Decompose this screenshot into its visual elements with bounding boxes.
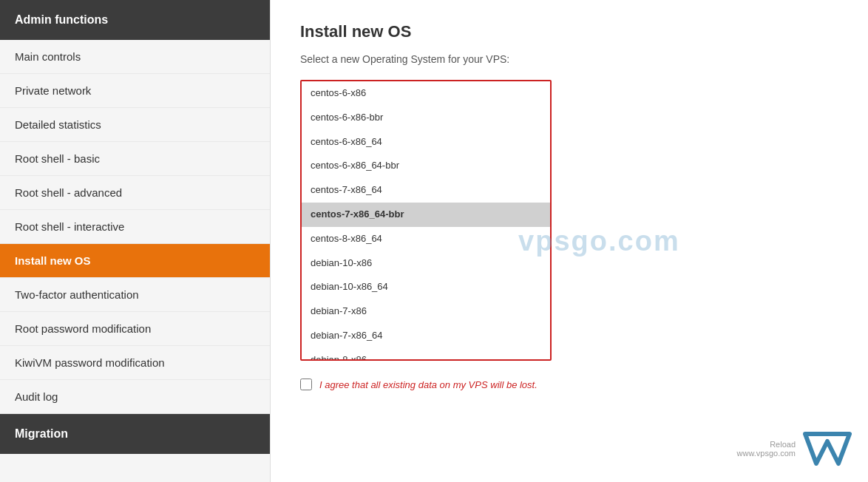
sidebar-item-audit-log[interactable]: Audit log xyxy=(0,380,270,414)
vpsgo-logo-icon: VPSGO xyxy=(801,430,853,467)
sidebar-item-kiwi-password-mod[interactable]: KiwiVM password modification xyxy=(0,346,270,380)
os-list-item[interactable]: debian-7-x86_64 xyxy=(302,324,550,348)
sidebar-item-private-network[interactable]: Private network xyxy=(0,74,270,108)
os-list-item[interactable]: debian-10-x86_64 xyxy=(302,275,550,299)
sidebar-item-detailed-statistics[interactable]: Detailed statistics xyxy=(0,108,270,142)
svg-marker-0 xyxy=(805,434,850,464)
sidebar-item-main-controls[interactable]: Main controls xyxy=(0,40,270,74)
sidebar-item-root-shell-advanced[interactable]: Root shell - advanced xyxy=(0,176,270,210)
agree-checkbox[interactable] xyxy=(300,379,312,390)
os-list-item[interactable]: centos-7-x86_64 xyxy=(302,178,550,203)
os-list-item[interactable]: debian-10-x86 xyxy=(302,251,550,276)
watermark-text: Reload www.vpsgo.com xyxy=(737,440,796,458)
sidebar-section-admin: Admin functions xyxy=(0,0,270,40)
os-list-item[interactable]: centos-6-x86_64 xyxy=(302,130,550,155)
os-list-container[interactable]: centos-6-x86centos-6-x86-bbrcentos-6-x86… xyxy=(300,80,552,361)
sidebar: Admin functions Main controlsPrivate net… xyxy=(0,0,271,482)
watermark-area: Reload www.vpsgo.com VPSGO xyxy=(737,430,853,467)
agree-label: I agree that all existing data on my VPS… xyxy=(319,379,538,390)
sidebar-item-install-new-os[interactable]: Install new OS xyxy=(0,244,270,278)
os-list-item[interactable]: centos-6-x86_64-bbr xyxy=(302,154,550,178)
os-list-item[interactable]: debian-8-x86 xyxy=(302,348,550,361)
main-content: Install new OS Select a new Operating Sy… xyxy=(271,0,868,482)
os-list-item[interactable]: centos-7-x86_64-bbr xyxy=(302,203,550,227)
sidebar-items: Main controlsPrivate networkDetailed sta… xyxy=(0,40,270,414)
os-list-item[interactable]: centos-6-x86-bbr xyxy=(302,106,550,130)
reload-text: Reload xyxy=(770,440,796,449)
sidebar-item-root-shell-interactive[interactable]: Root shell - interactive xyxy=(0,210,270,244)
sidebar-item-root-password-mod[interactable]: Root password modification xyxy=(0,312,270,346)
os-list-item[interactable]: centos-8-x86_64 xyxy=(302,227,550,251)
os-list-item[interactable]: centos-6-x86 xyxy=(302,81,550,106)
os-list-item[interactable]: debian-7-x86 xyxy=(302,299,550,324)
sidebar-item-root-shell-basic[interactable]: Root shell - basic xyxy=(0,142,270,176)
page-title: Install new OS xyxy=(300,22,838,41)
agree-row: I agree that all existing data on my VPS… xyxy=(300,379,838,390)
site-url: www.vpsgo.com xyxy=(737,449,796,458)
sidebar-item-two-factor-auth[interactable]: Two-factor authentication xyxy=(0,278,270,312)
sidebar-section-migration: Migration xyxy=(0,414,270,454)
page-subtitle: Select a new Operating System for your V… xyxy=(300,53,838,65)
